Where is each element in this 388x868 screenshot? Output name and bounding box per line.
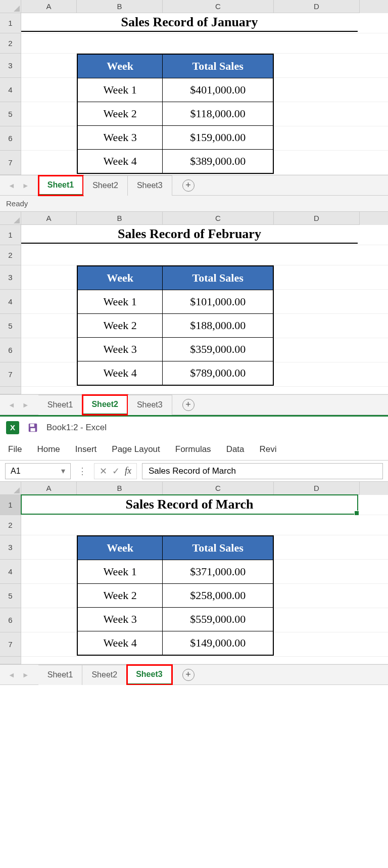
row-header-8[interactable] bbox=[0, 387, 21, 394]
ribbon-file[interactable]: File bbox=[8, 444, 22, 454]
add-sheet-button[interactable]: + bbox=[182, 669, 195, 681]
select-all-corner[interactable] bbox=[0, 0, 21, 13]
tab-nav[interactable]: ◄► bbox=[5, 181, 38, 190]
table-row[interactable]: Week 3$359,000.00 bbox=[78, 337, 273, 361]
row-header-6[interactable]: 6 bbox=[0, 126, 21, 151]
table-row[interactable]: Week 2$118,000.00 bbox=[78, 102, 273, 125]
cell-area-row1[interactable]: Sales Record of March bbox=[21, 495, 388, 515]
cell-area-row2[interactable] bbox=[21, 515, 388, 535]
name-box[interactable]: A1 ▾ bbox=[5, 463, 71, 479]
table-row[interactable]: Week 4$389,000.00 bbox=[78, 149, 273, 173]
save-icon[interactable] bbox=[27, 422, 38, 433]
nav-prev-icon[interactable]: ◄ bbox=[8, 401, 15, 409]
row-header-7[interactable]: 7 bbox=[0, 632, 21, 657]
nav-prev-icon[interactable]: ◄ bbox=[8, 671, 15, 679]
nav-next-icon[interactable]: ► bbox=[22, 401, 29, 409]
cell-week: Week 3 bbox=[78, 608, 163, 631]
row-header-5[interactable]: 5 bbox=[0, 102, 21, 126]
cell-area-row1[interactable]: Sales Record of February bbox=[21, 225, 388, 245]
tab-sheet2[interactable]: Sheet2 bbox=[82, 395, 127, 415]
ribbon-formulas[interactable]: Formulas bbox=[175, 444, 211, 454]
tab-sheet2[interactable]: Sheet2 bbox=[82, 665, 127, 685]
tab-sheet1[interactable]: Sheet1 bbox=[38, 175, 83, 196]
col-header-A[interactable]: A bbox=[21, 212, 77, 225]
col-header-C[interactable]: C bbox=[163, 0, 274, 13]
tab-sheet3[interactable]: Sheet3 bbox=[128, 395, 172, 415]
table-row[interactable]: Week 2$258,000.00 bbox=[78, 583, 273, 607]
row-header-4[interactable]: 4 bbox=[0, 560, 21, 584]
row-header-3[interactable]: 3 bbox=[0, 535, 21, 560]
row-header-1[interactable]: 1 bbox=[0, 13, 21, 33]
row-header-7[interactable]: 7 bbox=[0, 362, 21, 387]
col-header-C[interactable]: C bbox=[163, 212, 274, 225]
row-header-2[interactable]: 2 bbox=[0, 245, 21, 265]
ribbon-data[interactable]: Data bbox=[226, 444, 245, 454]
row-header-2[interactable]: 2 bbox=[0, 515, 21, 535]
formula-input[interactable]: Sales Record of March bbox=[142, 463, 383, 479]
col-header-A[interactable]: A bbox=[21, 0, 77, 13]
ribbon-home[interactable]: Home bbox=[37, 444, 60, 454]
panel-january: A B C D 1 Sales Record of January 2 3 4 … bbox=[0, 0, 388, 212]
cell-area-row2[interactable] bbox=[21, 33, 388, 54]
row-header-8[interactable] bbox=[0, 657, 21, 664]
cancel-icon[interactable]: ✕ bbox=[100, 466, 107, 477]
table-row[interactable]: Week 1$101,000.00 bbox=[78, 290, 273, 313]
add-sheet-button[interactable]: + bbox=[182, 179, 195, 192]
table-row[interactable]: Week 1$371,000.00 bbox=[78, 560, 273, 583]
col-header-B[interactable]: B bbox=[77, 0, 163, 13]
col-header-B[interactable]: B bbox=[77, 212, 163, 225]
table-row[interactable]: Week 3$159,000.00 bbox=[78, 125, 273, 149]
col-header-C[interactable]: C bbox=[163, 482, 274, 495]
row-header-2[interactable]: 2 bbox=[0, 33, 21, 54]
ribbon-insert[interactable]: Insert bbox=[75, 444, 97, 454]
row-header-4[interactable]: 4 bbox=[0, 290, 21, 314]
tab-sheet3[interactable]: Sheet3 bbox=[128, 175, 172, 196]
table-row[interactable]: Week 1$401,000.00 bbox=[78, 78, 273, 102]
tab-sheet1[interactable]: Sheet1 bbox=[38, 665, 83, 685]
row-header-3[interactable]: 3 bbox=[0, 265, 21, 290]
col-header-A[interactable]: A bbox=[21, 482, 77, 495]
ribbon-review[interactable]: Revi bbox=[260, 444, 277, 454]
enter-icon[interactable]: ✓ bbox=[112, 466, 120, 477]
cell-sales: $389,000.00 bbox=[163, 150, 273, 173]
tab-sheet2[interactable]: Sheet2 bbox=[83, 175, 128, 196]
tab-nav[interactable]: ◄► bbox=[5, 401, 38, 409]
row-header-4[interactable]: 4 bbox=[0, 78, 21, 102]
col-header-D[interactable]: D bbox=[274, 0, 360, 13]
chevron-down-icon[interactable]: ▾ bbox=[61, 466, 65, 476]
ribbon-pagelayout[interactable]: Page Layout bbox=[112, 444, 160, 454]
nav-next-icon[interactable]: ► bbox=[22, 181, 29, 190]
row-header-3[interactable]: 3 bbox=[0, 54, 21, 78]
table-row[interactable]: Week 3$559,000.00 bbox=[78, 607, 273, 631]
tab-sheet1[interactable]: Sheet1 bbox=[38, 395, 83, 415]
row-header-5[interactable]: 5 bbox=[0, 584, 21, 608]
col-header-D[interactable]: D bbox=[274, 212, 360, 225]
row-header-7[interactable]: 7 bbox=[0, 151, 21, 175]
nav-next-icon[interactable]: ► bbox=[22, 671, 29, 679]
cell-area-row8[interactable] bbox=[21, 387, 388, 394]
add-sheet-button[interactable]: + bbox=[182, 399, 195, 411]
nav-prev-icon[interactable]: ◄ bbox=[8, 181, 15, 190]
cell-week: Week 4 bbox=[78, 361, 163, 385]
tab-nav[interactable]: ◄► bbox=[5, 671, 38, 679]
row-header-6[interactable]: 6 bbox=[0, 338, 21, 362]
row-header-1[interactable]: 1 bbox=[0, 225, 21, 245]
col-header-D[interactable]: D bbox=[274, 482, 360, 495]
table-row[interactable]: Week 4$149,000.00 bbox=[78, 631, 273, 655]
row-header-6[interactable]: 6 bbox=[0, 608, 21, 632]
tab-sheet3[interactable]: Sheet3 bbox=[127, 665, 172, 685]
cell-week: Week 3 bbox=[78, 126, 163, 149]
dots-icon[interactable]: ⋮ bbox=[76, 466, 89, 477]
cell-area-row1[interactable]: Sales Record of January bbox=[21, 13, 388, 33]
fx-icon[interactable]: fx bbox=[125, 466, 131, 476]
cell-area-row2[interactable] bbox=[21, 245, 388, 265]
row-header-1[interactable]: 1 bbox=[0, 495, 21, 515]
cell-week: Week 2 bbox=[78, 102, 163, 125]
table-row[interactable]: Week 4$789,000.00 bbox=[78, 361, 273, 385]
col-header-B[interactable]: B bbox=[77, 482, 163, 495]
select-all-corner[interactable] bbox=[0, 482, 21, 495]
row-header-5[interactable]: 5 bbox=[0, 314, 21, 338]
table-row[interactable]: Week 2$188,000.00 bbox=[78, 313, 273, 337]
cell-area-row8[interactable] bbox=[21, 657, 388, 664]
select-all-corner[interactable] bbox=[0, 212, 21, 225]
